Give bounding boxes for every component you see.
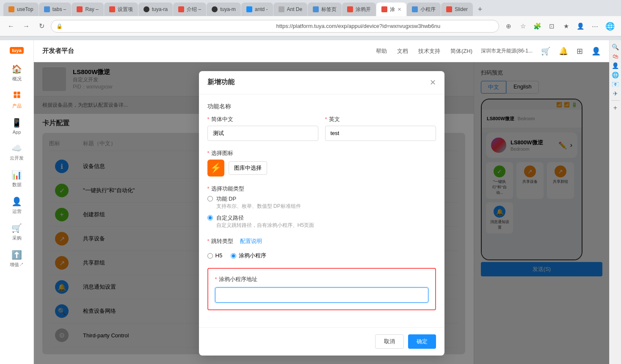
tab-intro[interactable]: 介绍 –	[173, 3, 206, 16]
refresh-button[interactable]: ↻	[36, 20, 47, 32]
sidebar-item-app[interactable]: 📱 App	[2, 114, 32, 138]
tab-ant-design[interactable]: Ant De	[273, 3, 308, 16]
radio-h5-input[interactable]	[207, 253, 213, 259]
toolbar-icons: ⊕ ☆ 🧩 ⊡ ★ 👤 ⋯	[502, 20, 601, 32]
tab-tuya-ra[interactable]: tuya-ra	[138, 3, 173, 16]
tab-label: 涂鸦开	[356, 6, 371, 13]
extensions-icon[interactable]: 🧩	[531, 20, 543, 32]
tab-favicon	[77, 6, 83, 12]
forward-button[interactable]: →	[20, 20, 32, 32]
sidebar-label-overview: 概况	[12, 76, 22, 82]
tab-active[interactable]: 涂 ✕	[376, 3, 406, 16]
sidebar-item-value-added[interactable]: ⬆️ 增值↗	[2, 246, 32, 271]
radio-dp-input[interactable]	[207, 196, 213, 201]
read-aloud-icon[interactable]: ⊕	[502, 20, 514, 32]
radio-custom-input[interactable]	[207, 215, 213, 221]
tab-label: tuya-m	[220, 6, 236, 12]
sidebar-item-overview[interactable]: 🏠 概况	[2, 61, 32, 85]
sidebar-item-product[interactable]: 产品	[2, 87, 32, 113]
tab-tabs[interactable]: tabs –	[39, 3, 72, 16]
right-edge-panel: 🔍 🛍 👤 🌐 📧 ✈ +	[609, 40, 621, 364]
function-type-section: * 选择功能类型 功能 DP 支持布尔、枚举、数值型 DP标准组件	[207, 185, 436, 229]
tab-ray[interactable]: Ray –	[72, 3, 103, 16]
modal-footer: 取消 确定	[199, 327, 444, 356]
tab-favicon	[381, 6, 387, 12]
radio-custom-label: 自定义路径	[216, 214, 314, 222]
more-icon[interactable]: ⋯	[589, 20, 601, 32]
sidebar-item-data[interactable]: 📊 数据	[2, 166, 32, 191]
product-icon	[13, 91, 21, 101]
tab-favicon	[8, 6, 14, 12]
tab-usetop[interactable]: useTop	[3, 3, 39, 16]
sidebar-item-purchase[interactable]: 🛒 采购	[2, 220, 32, 245]
tab-tags[interactable]: 标签页	[308, 3, 342, 16]
new-tab-button[interactable]: +	[473, 3, 487, 16]
tab-tuya-m[interactable]: tuya-m	[207, 3, 241, 16]
tab-miniapp[interactable]: 小程序	[407, 3, 441, 16]
tab-close-icon[interactable]: ✕	[397, 7, 401, 12]
required-star-1: *	[207, 116, 210, 122]
function-type-label: * 选择功能类型	[207, 185, 436, 193]
radio-custom-desc: 自定义跳转路径，自有涂鸦小程序、H5页面	[216, 222, 314, 229]
required-star-4: *	[207, 185, 210, 192]
jump-option-h5: H5	[207, 252, 223, 259]
tab-slider[interactable]: Slider	[441, 3, 473, 16]
radio-h5-label: H5	[215, 252, 223, 259]
sidebar-item-cloud[interactable]: ☁️ 云开发	[2, 140, 32, 165]
nav-help[interactable]: 帮助	[376, 47, 387, 55]
edge-icon-1[interactable]: 🔍	[612, 44, 619, 50]
edge-icon-3[interactable]: 👤	[612, 62, 619, 69]
split-icon[interactable]: ⊡	[546, 20, 558, 32]
bell-icon[interactable]: 🔔	[559, 47, 568, 56]
required-star-6: *	[215, 276, 217, 282]
url-bar[interactable]: 🔒 https://platform.tuya.com/exp/appui/de…	[51, 20, 499, 33]
tab-antd[interactable]: antd -	[241, 3, 273, 16]
miniapp-address-input[interactable]	[215, 287, 428, 303]
edge-icon-4[interactable]: 🌐	[612, 72, 619, 78]
nav-lang[interactable]: 简体(ZH)	[450, 47, 472, 55]
svg-rect-0	[14, 92, 17, 95]
sidebar-label-value-added: 增值↗	[10, 262, 24, 268]
user-icon[interactable]: 👤	[591, 47, 601, 56]
grid-icon[interactable]: ⊞	[577, 47, 583, 56]
svg-rect-3	[17, 95, 20, 98]
chinese-name-input[interactable]	[207, 126, 318, 141]
modal-close-button[interactable]: ✕	[430, 78, 436, 87]
sidebar-label-cloud: 云开发	[10, 155, 24, 161]
english-name-input[interactable]	[325, 126, 436, 141]
profile-icon[interactable]: 👤	[574, 20, 586, 32]
favorites-icon[interactable]: ★	[560, 20, 572, 32]
english-label: * 英文	[325, 116, 436, 123]
svg-rect-1	[17, 92, 20, 95]
sidebar-item-operations[interactable]: 👤 运营	[2, 193, 32, 218]
config-link[interactable]: 配置说明	[240, 237, 262, 245]
tab-label: 涂	[390, 6, 395, 13]
modal-header: 新增功能 ✕	[199, 71, 444, 94]
icon-library-button[interactable]: 图库中选择	[229, 161, 267, 175]
tab-settings[interactable]: 设置项	[104, 3, 138, 16]
jump-type-field-label: * 跳转类型	[207, 237, 233, 245]
edge-icon-5[interactable]: 📧	[612, 81, 619, 88]
required-star-2: *	[325, 116, 327, 122]
edge-icon-6[interactable]: ✈	[613, 90, 618, 97]
tab-label: Ray –	[85, 6, 98, 12]
tab-tuya-dev[interactable]: 涂鸦开	[342, 3, 376, 16]
tab-label: 介绍 –	[187, 6, 201, 13]
cart-icon[interactable]: 🛒	[541, 47, 550, 56]
back-button[interactable]: ←	[5, 20, 17, 32]
tuya-logo-box: tuya	[10, 47, 24, 54]
value-added-icon: ⬆️	[11, 250, 22, 260]
data-icon: 📊	[11, 170, 22, 180]
confirm-button[interactable]: 确定	[408, 334, 436, 349]
edge-add-icon[interactable]: +	[613, 104, 617, 112]
tab-label: tabs –	[52, 6, 66, 12]
operations-icon: 👤	[11, 196, 22, 207]
radio-miniapp-input[interactable]	[231, 253, 236, 259]
nav-docs[interactable]: 文档	[397, 47, 408, 55]
cloud-icon: ☁️	[11, 143, 22, 153]
icon-label: * 选择图标	[207, 149, 436, 157]
edge-icon-2[interactable]: 🛍	[613, 53, 618, 60]
bookmark-icon[interactable]: ☆	[517, 20, 529, 32]
nav-support[interactable]: 技术支持	[418, 47, 440, 55]
cancel-button[interactable]: 取消	[375, 334, 404, 349]
